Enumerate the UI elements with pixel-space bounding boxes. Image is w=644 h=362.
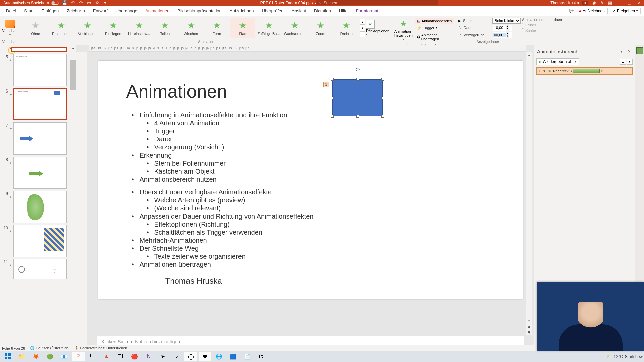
pane-options-icon[interactable]: ▾	[619, 48, 625, 54]
language-status[interactable]: 🌐 Deutsch (Österreich)	[30, 346, 70, 350]
draw-icon[interactable]: ✎	[600, 1, 604, 5]
horizontal-ruler[interactable]: |16 |15 |14 |13 |12 |11 |10 |9 |8 |7 |6 …	[89, 45, 526, 52]
thumb-8[interactable]: 8★	[2, 157, 67, 189]
play-from-button[interactable]: Wiedergeben ab	[536, 58, 579, 65]
trigger-button[interactable]: ⚡Trigger ▾	[415, 25, 454, 31]
taskbar-rec[interactable]: ⏺	[199, 352, 211, 361]
move-down-button[interactable]: ▼	[627, 59, 633, 65]
anim-flyin[interactable]: ★Einfliegen	[101, 18, 126, 38]
taskbar-obs[interactable]: ◯	[184, 352, 197, 361]
thumb-10[interactable]: 10★——	[2, 225, 67, 257]
tab-home[interactable]: Start	[20, 6, 37, 15]
anim-appear[interactable]: ★Erscheinen	[49, 18, 74, 38]
anim-randombars[interactable]: ★Zufällige Ba...	[256, 18, 281, 38]
user-name[interactable]: Thomas Hruska	[550, 1, 579, 5]
thumb-9[interactable]: 9★	[2, 191, 67, 223]
tab-view[interactable]: Ansicht	[287, 6, 310, 15]
tab-insert[interactable]: Einfügen	[38, 6, 63, 15]
tab-draw[interactable]: Zeichnen	[63, 6, 89, 15]
qat-more-icon[interactable]: ▾	[103, 1, 107, 5]
thumb-cut-prev[interactable]	[11, 47, 67, 52]
tab-review[interactable]: Überprüfen	[258, 6, 287, 15]
share-button[interactable]: ↗Freigeben▾	[609, 8, 641, 14]
slide-thumbnails[interactable]: 5★Animationen— — —— — — 6★Animationen— —…	[0, 45, 76, 355]
taskbar-vlc[interactable]: 🔺	[100, 352, 113, 361]
tab-help[interactable]: Hilfe	[335, 6, 352, 15]
coming-soon-icon[interactable]: ◉	[592, 1, 596, 5]
taskbar-app5[interactable]: 🌐	[213, 352, 225, 361]
anim-wheel[interactable]: ★Rad	[230, 18, 255, 38]
tab-dictation[interactable]: Dictation	[310, 6, 335, 15]
delay-input[interactable]	[493, 33, 506, 37]
taskbar-app2[interactable]: 🗔	[114, 352, 127, 361]
anim-growturn[interactable]: ★Wachsen u...	[282, 18, 307, 38]
duration-input[interactable]	[493, 26, 506, 30]
animation-entry[interactable]: 1 🖱 ★ Rechteck 3 ▾	[536, 67, 633, 75]
autosave-switch-icon[interactable]	[51, 1, 59, 5]
slide-editor[interactable]: |16 |15 |14 |13 |12 |11 |10 |9 |8 |7 |6 …	[76, 45, 534, 355]
autosave-toggle[interactable]: Automatisches Speichern	[3, 1, 59, 5]
add-animation-button[interactable]: ★ Animation hinzufügen ▾	[394, 19, 413, 41]
taskbar-powerpoint[interactable]: P	[72, 352, 85, 361]
tab-slideshow[interactable]: Bildschirmpräsentation	[173, 6, 226, 15]
taskbar-telegram[interactable]: ➤	[156, 352, 169, 361]
entry-menu-icon[interactable]: ▾	[601, 69, 605, 73]
taskbar-app[interactable]: 🗨	[86, 352, 99, 361]
taskbar-explorer[interactable]: 📁	[15, 352, 28, 361]
taskbar-weather[interactable]: ⛅ 12°C Stark bew	[607, 354, 643, 359]
animation-painter-button[interactable]: ✪Animation übertragen	[415, 32, 454, 42]
tab-shape-format[interactable]: Formformat	[352, 6, 382, 15]
anim-wipe[interactable]: ★Wischen	[178, 18, 204, 38]
tab-file[interactable]: Datei	[2, 6, 20, 15]
touch-mode-icon[interactable]: ✥	[95, 1, 99, 5]
selected-rectangle-shape[interactable]: 1	[332, 79, 383, 116]
record-button[interactable]: ●Aufzeichnen	[576, 8, 608, 14]
present-from-start-icon[interactable]: ▭	[87, 1, 91, 5]
undo-icon[interactable]: ↶	[70, 1, 75, 5]
thumb-5[interactable]: 5★Animationen— — —— — —	[2, 54, 67, 86]
taskbar-chrome[interactable]: 🟢	[44, 352, 56, 361]
minimize-button[interactable]: —	[616, 0, 623, 5]
thumbnails-scrollbar[interactable]: ▴ ▾	[70, 45, 76, 355]
resize-handle[interactable]	[331, 78, 334, 81]
search-input[interactable]	[324, 1, 436, 5]
resize-handle[interactable]	[381, 78, 384, 81]
resize-handle[interactable]	[356, 115, 359, 118]
resize-handle[interactable]	[381, 115, 384, 118]
animation-gallery[interactable]: ★Ohne ★Erscheinen ★Verblassen ★Einfliege…	[20, 16, 392, 40]
resize-handle[interactable]	[356, 78, 359, 81]
start-select[interactable]: Beim Klicken	[492, 18, 521, 24]
anim-floatin[interactable]: ★Hineinschw...	[126, 18, 152, 38]
anim-swivel[interactable]: ★Drehen	[334, 18, 359, 38]
maximize-button[interactable]: ▢	[626, 0, 633, 5]
user-avatar[interactable]: TH	[582, 1, 588, 5]
windows-taskbar[interactable]: 📁 🦊 🟢 📧 P 🗨 🔺 🗔 🔴 N ➤ ♪ ◯ ⏺ 🌐 🟦 📄 🗂 ⛅ 12…	[0, 351, 644, 362]
slide-body[interactable]: Einführung in Animationseffekte und ihre…	[132, 111, 502, 268]
anim-shape[interactable]: ★Form	[204, 18, 229, 38]
duration-bar[interactable]	[573, 69, 600, 73]
animation-tag[interactable]: 1	[323, 82, 329, 87]
slide-canvas[interactable]: Animationen Einführung in Animationseffe…	[98, 61, 523, 299]
editor-scrollbar[interactable]: ▴ ▾ ⯅ ⯆	[526, 52, 532, 335]
duration-spinner[interactable]: ▴▾	[493, 25, 512, 31]
animation-pane-button[interactable]: ▤Animationsbereich	[415, 18, 454, 24]
move-up-button[interactable]: ▲	[620, 59, 626, 65]
tab-animations[interactable]: Animationen	[141, 6, 173, 15]
taskbar-edge[interactable]: 🟦	[227, 352, 239, 361]
delay-spinner[interactable]: ▴▾	[493, 32, 512, 38]
slide-counter[interactable]: Folie 6 von 26	[2, 346, 25, 350]
resize-handle[interactable]	[381, 97, 384, 99]
vertical-ruler[interactable]	[80, 52, 87, 355]
anim-none[interactable]: ★Ohne	[23, 18, 48, 38]
gallery-more[interactable]: ▴▾⋮	[360, 19, 365, 37]
taskbar-app7[interactable]: 🗂	[255, 352, 268, 361]
taskbar-outlook[interactable]: 📧	[58, 352, 70, 361]
tab-transitions[interactable]: Übergänge	[112, 6, 141, 15]
taskbar-firefox[interactable]: 🦊	[30, 352, 42, 361]
accessibility-status[interactable]: 🧍 Barrierefreiheit: Untersuchen	[74, 346, 127, 350]
tab-design[interactable]: Entwurf	[89, 6, 112, 15]
rotate-handle-icon[interactable]	[356, 68, 360, 71]
start-button[interactable]	[1, 352, 14, 361]
thumb-6[interactable]: 6★Animationen— — —— — —	[2, 88, 67, 120]
slide-title[interactable]: Animationen	[126, 81, 227, 102]
